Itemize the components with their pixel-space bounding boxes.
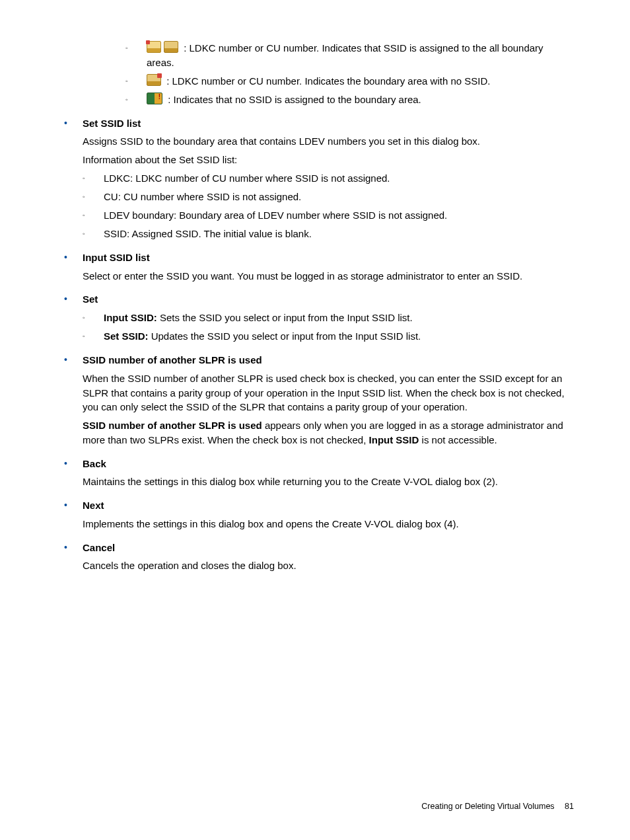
bullet-item: •Set◦Input SSID: Sets the SSID you selec… [56, 292, 574, 344]
sub-item: ◦LDEV boundary: Boundary area of LDEV nu… [83, 208, 574, 223]
bold-run: Input SSID: [104, 312, 157, 323]
book-closed-icon [164, 41, 178, 53]
bullet-content: BackMaintains the settings in this dialo… [83, 457, 574, 490]
bold-run: Input SSID [369, 434, 419, 445]
sub-item-text: CU: CU number where SSID is not assigned… [104, 191, 301, 202]
primary-bullet: • [56, 292, 83, 344]
bullet-item: •Input SSID listSelect or enter the SSID… [56, 250, 574, 284]
sub-bullet: ◦ [83, 208, 104, 223]
bullet-item: •Set SSID listAssigns SSID to the bounda… [56, 116, 574, 241]
paragraph: Implements the settings in this dialog b… [83, 517, 574, 531]
page-footer: Creating or Deleting Virtual Volumes 81 [421, 802, 574, 811]
sub-item-body: LDEV boundary: Boundary area of LDEV num… [104, 208, 574, 223]
primary-bullet: • [56, 116, 83, 241]
sub-item: ◦ : LDKC number or CU number. Indicates … [125, 41, 574, 70]
paragraph: Information about the Set SSID list: [83, 153, 574, 167]
bold-run: Set SSID: [104, 330, 149, 342]
bullet-content: SSID number of another SLPR is usedWhen … [83, 353, 574, 447]
sub-bullet: ◦ [83, 171, 104, 186]
sub-item-text: LDEV boundary: Boundary area of LDEV num… [104, 210, 447, 221]
sub-item: ◦ : Indicates that no SSID is assigned t… [125, 93, 574, 107]
paragraph: Cancels the operation and closes the dia… [83, 558, 574, 573]
footer-page-number: 81 [565, 802, 574, 811]
primary-bullet: • [56, 498, 83, 531]
sub-bullet: ◦ [83, 190, 104, 204]
bullet-heading: Set SSID list [83, 116, 574, 131]
sub-item: ◦Input SSID: Sets the SSID you select or… [83, 311, 574, 325]
sub-item: ◦SSID: Assigned SSID. The initial value … [83, 227, 574, 241]
sub-item: ◦ : LDKC number or CU number. Indicates … [125, 74, 574, 89]
sub-bullet: ◦ [83, 329, 104, 344]
text-run: is not accessible. [419, 434, 497, 445]
intro-sublist: ◦ : LDKC number or CU number. Indicates … [56, 41, 574, 107]
bullet-heading: Cancel [83, 541, 574, 555]
bold-run: SSID number of another SLPR is used [83, 420, 262, 431]
sub-bullet: ◦ [125, 74, 147, 89]
bullet-item: •CancelCancels the operation and closes … [56, 541, 574, 574]
sub-item-body: LDKC: LDKC number of CU number where SSI… [104, 171, 574, 186]
paragraph: Assigns SSID to the boundary area that c… [83, 134, 574, 149]
sub-item-text: Sets the SSID you select or input from t… [157, 312, 413, 323]
primary-bullet: • [56, 541, 83, 574]
sub-list: ◦Input SSID: Sets the SSID you select or… [83, 311, 574, 344]
paragraph: SSID number of another SLPR is used appe… [83, 418, 574, 447]
book-open-icon [147, 41, 161, 53]
sub-item-body: : Indicates that no SSID is assigned to … [147, 93, 574, 107]
sub-item-body: CU: CU number where SSID is not assigned… [104, 190, 574, 204]
bullet-content: Set◦Input SSID: Sets the SSID you select… [83, 292, 574, 344]
bullet-heading: Input SSID list [83, 250, 574, 265]
sub-item: ◦LDKC: LDKC number of CU number where SS… [83, 171, 574, 186]
primary-bullet: • [56, 250, 83, 284]
bullet-heading: Set [83, 292, 574, 307]
bullet-content: Set SSID listAssigns SSID to the boundar… [83, 116, 574, 241]
sub-item-text: LDKC: LDKC number of CU number where SSI… [104, 172, 390, 184]
sub-item-body: : LDKC number or CU number. Indicates th… [147, 74, 574, 89]
footer-title: Creating or Deleting Virtual Volumes [421, 802, 554, 811]
sub-item-text: : LDKC number or CU number. Indicates th… [164, 75, 490, 87]
bullet-content: CancelCancels the operation and closes t… [83, 541, 574, 574]
sub-item-text: : LDKC number or CU number. Indicates th… [147, 42, 543, 68]
bullet-item: •NextImplements the settings in this dia… [56, 498, 574, 531]
sub-item-body: SSID: Assigned SSID. The initial value i… [104, 227, 574, 241]
bullet-heading: SSID number of another SLPR is used [83, 353, 574, 367]
sub-item: ◦CU: CU number where SSID is not assigne… [83, 190, 574, 204]
sub-item-text: SSID: Assigned SSID. The initial value i… [104, 228, 312, 239]
warn-icon [147, 93, 162, 104]
sub-bullet: ◦ [83, 227, 104, 241]
bullet-content: Input SSID listSelect or enter the SSID … [83, 250, 574, 284]
paragraph: Select or enter the SSID you want. You m… [83, 269, 574, 284]
sub-item-text: Updates the SSID you select or input fro… [149, 330, 421, 342]
bullet-item: •BackMaintains the settings in this dial… [56, 457, 574, 490]
sub-item-body: : LDKC number or CU number. Indicates th… [147, 41, 574, 70]
sub-list: ◦LDKC: LDKC number of CU number where SS… [83, 171, 574, 241]
sub-bullet: ◦ [83, 311, 104, 325]
sub-item-body: Input SSID: Sets the SSID you select or … [104, 311, 574, 325]
sub-bullet: ◦ [125, 41, 147, 70]
book-red-icon [147, 74, 161, 86]
sub-item-text: : Indicates that no SSID is assigned to … [165, 94, 421, 105]
bullet-heading: Next [83, 498, 574, 513]
bullet-content: NextImplements the settings in this dial… [83, 498, 574, 531]
bullet-heading: Back [83, 457, 574, 471]
paragraph: When the SSID number of another SLPR is … [83, 371, 574, 414]
sub-item-body: Set SSID: Updates the SSID you select or… [104, 329, 574, 344]
bullet-item: •SSID number of another SLPR is usedWhen… [56, 353, 574, 447]
page-body: ◦ : LDKC number or CU number. Indicates … [0, 0, 630, 573]
sub-bullet: ◦ [125, 93, 147, 107]
sub-item: ◦Set SSID: Updates the SSID you select o… [83, 329, 574, 344]
primary-bullet: • [56, 353, 83, 447]
primary-bullet: • [56, 457, 83, 490]
paragraph: Maintains the settings in this dialog bo… [83, 475, 574, 489]
